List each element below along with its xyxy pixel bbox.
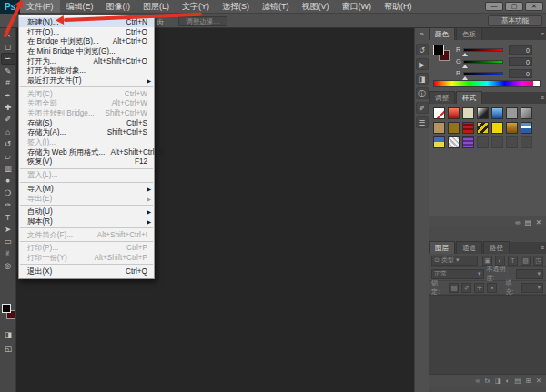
menu-item[interactable]: 存储为 Web 所用格式...Alt+Shift+Ctrl+S bbox=[19, 147, 154, 157]
workspace-switcher[interactable]: 基本功能 bbox=[488, 15, 542, 26]
healing-brush-tool[interactable]: ✚ bbox=[1, 101, 15, 113]
menu-item[interactable]: 打开为智能对象... bbox=[19, 65, 154, 75]
opacity-input[interactable]: ▾ bbox=[516, 269, 543, 279]
menubar-item[interactable]: 视图(V) bbox=[296, 0, 336, 13]
delete-style-icon[interactable]: ✕ bbox=[536, 218, 541, 226]
slider-thumb[interactable] bbox=[462, 65, 468, 68]
crop-tool[interactable]: # bbox=[1, 77, 15, 89]
zoom-tool[interactable]: ◎ bbox=[1, 259, 15, 271]
b-value-box[interactable]: 0 bbox=[509, 69, 532, 78]
g-slider-track[interactable] bbox=[463, 60, 503, 64]
lock-all-icon[interactable]: ▪ bbox=[487, 283, 497, 293]
panel-foreground-swatch[interactable] bbox=[433, 45, 444, 55]
foreground-color-swatch[interactable] bbox=[2, 304, 11, 313]
style-black-gradient[interactable] bbox=[477, 107, 489, 119]
menu-item[interactable]: 打开(O)...Ctrl+O bbox=[19, 27, 154, 37]
lock-pixels-icon[interactable]: ✐ bbox=[461, 283, 471, 293]
actions-panel-icon[interactable]: ▶ bbox=[416, 58, 429, 70]
link-style-icon[interactable]: ∞ bbox=[515, 218, 520, 226]
gradient-tool[interactable]: ▥ bbox=[1, 162, 15, 174]
style-orange-gradient[interactable] bbox=[506, 122, 518, 134]
layer-filter-dropdown[interactable]: ⊙ 类型 ▾ bbox=[431, 256, 478, 266]
menu-item[interactable]: 存储(S)Ctrl+S bbox=[19, 118, 154, 128]
maximize-button[interactable]: ▢ bbox=[505, 2, 523, 11]
close-button[interactable]: ✕ bbox=[525, 2, 543, 11]
style-tan[interactable] bbox=[433, 122, 445, 134]
menu-item[interactable]: 最近打开文件(T)▶ bbox=[19, 75, 154, 85]
menubar-item[interactable]: 图层(L) bbox=[136, 0, 176, 13]
blend-mode-dropdown[interactable]: 正常 ▾ bbox=[431, 269, 484, 279]
menu-item[interactable]: 置入(L)... bbox=[19, 170, 154, 180]
style-purple-stripes[interactable] bbox=[462, 136, 474, 148]
history-brush-tool[interactable]: ↺ bbox=[1, 138, 15, 150]
menubar-item[interactable]: 窗口(W) bbox=[336, 0, 379, 13]
menu-item[interactable]: 签入(I)... bbox=[19, 137, 154, 147]
filter-smart-objects-icon[interactable]: ◳ bbox=[533, 256, 543, 266]
layer-style-icon[interactable]: fx bbox=[485, 377, 490, 385]
layers-panel-tab[interactable]: 通道 bbox=[456, 241, 482, 254]
menu-item[interactable]: 打印(P)...Ctrl+P bbox=[19, 243, 154, 253]
menu-item[interactable]: 导出(E)▶ bbox=[19, 194, 154, 204]
style-blue-stripe[interactable] bbox=[521, 122, 532, 134]
marquee-tool[interactable]: ◻ bbox=[1, 40, 15, 52]
link-layers-icon[interactable]: ∞ bbox=[475, 377, 480, 385]
screen-mode-button[interactable]: ◱ bbox=[1, 343, 15, 353]
menu-item[interactable]: 脚本(R)▶ bbox=[19, 216, 154, 226]
white-chip[interactable] bbox=[533, 81, 540, 86]
style-gray-bevel[interactable] bbox=[521, 107, 532, 119]
style-blue-gradient[interactable] bbox=[491, 107, 503, 119]
menubar-item[interactable]: 帮助(H) bbox=[378, 0, 419, 13]
slider-thumb[interactable] bbox=[462, 53, 468, 56]
panel-menu-icon[interactable]: ≡ bbox=[541, 31, 544, 37]
color-panel-tab[interactable]: 色板 bbox=[456, 27, 482, 40]
menubar-item[interactable]: 图像(I) bbox=[100, 0, 137, 13]
menubar-item[interactable]: 编辑(E) bbox=[60, 0, 100, 13]
menu-item[interactable]: 关闭(C)Ctrl+W bbox=[19, 89, 154, 99]
menu-item[interactable]: 存储为(A)...Shift+Ctrl+S bbox=[19, 128, 154, 138]
lasso-tool[interactable]: ∽ bbox=[1, 53, 15, 65]
color-panel-tab[interactable]: 颜色 bbox=[429, 27, 455, 40]
styles-panel-tab[interactable]: 样式 bbox=[456, 91, 482, 104]
menubar-item[interactable]: 滤镜(T) bbox=[256, 0, 296, 13]
filter-shape-layers-icon[interactable]: ▨ bbox=[521, 256, 531, 266]
brush-tool[interactable]: ✐ bbox=[1, 114, 15, 126]
style-cream[interactable] bbox=[462, 107, 474, 119]
menu-item[interactable]: 自动(U)▶ bbox=[19, 206, 154, 216]
path-selection-tool[interactable]: ➤ bbox=[1, 223, 15, 235]
filter-pixel-layers-icon[interactable]: ▣ bbox=[482, 256, 492, 266]
menu-item[interactable]: 打开为...Alt+Shift+Ctrl+O bbox=[19, 56, 154, 66]
slider-thumb[interactable] bbox=[462, 76, 468, 80]
style-yellow[interactable] bbox=[491, 122, 503, 134]
menubar-item[interactable]: 文字(Y) bbox=[176, 0, 216, 13]
lock-transparency-icon[interactable]: ▨ bbox=[449, 283, 459, 293]
menu-item[interactable]: 在 Mini Bridge 中浏览(G)... bbox=[19, 46, 154, 56]
new-layer-icon[interactable]: ⊞ bbox=[525, 377, 531, 385]
properties-panel-icon[interactable]: ◨ bbox=[416, 73, 429, 85]
layer-mask-icon[interactable]: ◨ bbox=[495, 377, 501, 385]
lock-position-icon[interactable]: ✛ bbox=[474, 283, 484, 293]
menu-item[interactable]: 关闭全部Alt+Ctrl+W bbox=[19, 99, 154, 109]
g-value-box[interactable]: 0 bbox=[509, 57, 532, 66]
shape-tool[interactable]: ▭ bbox=[1, 236, 15, 247]
menu-item[interactable]: 退出(X)Ctrl+Q bbox=[19, 266, 154, 276]
layers-list[interactable] bbox=[429, 295, 546, 374]
pen-tool[interactable]: ✑ bbox=[1, 198, 15, 210]
quick-selection-tool[interactable]: ✎ bbox=[1, 65, 15, 76]
layer-group-icon[interactable]: ▤ bbox=[514, 377, 521, 385]
style-pattern[interactable] bbox=[448, 136, 460, 148]
clone-stamp-tool[interactable]: ⌂ bbox=[1, 126, 15, 137]
menu-item[interactable]: 在 Bridge 中浏览(B)...Alt+Ctrl+O bbox=[19, 36, 154, 46]
type-tool[interactable]: T bbox=[1, 211, 15, 223]
tool-presets-panel-icon[interactable]: ☰ bbox=[416, 116, 429, 128]
menu-item[interactable]: 恢复(V)F12 bbox=[19, 157, 154, 167]
layers-panel-tab[interactable]: 路径 bbox=[483, 241, 510, 254]
hand-tool[interactable]: ✌ bbox=[1, 247, 15, 259]
r-slider-track[interactable] bbox=[463, 48, 503, 52]
filter-adjustment-layers-icon[interactable]: ◐ bbox=[495, 256, 505, 266]
history-panel-icon[interactable]: ↺ bbox=[416, 44, 429, 55]
color-spectrum-bar[interactable] bbox=[433, 80, 541, 87]
style-brown[interactable] bbox=[448, 122, 460, 134]
brush-panel-icon[interactable]: ✐ bbox=[416, 102, 429, 114]
eyedropper-tool[interactable]: ✒ bbox=[1, 89, 15, 101]
dock-collapse-icon[interactable]: » bbox=[415, 28, 429, 41]
